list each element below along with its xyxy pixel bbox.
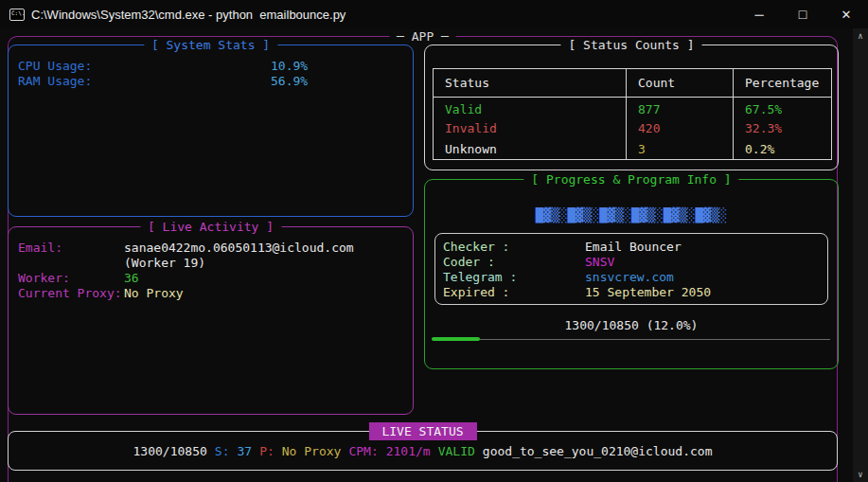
current-proxy-label: Current Proxy: xyxy=(18,286,124,301)
panel-progress-info: [ Progress & Program Info ] █▓▒░█▓▒░█▓▒░… xyxy=(424,179,839,369)
s-value: 37 xyxy=(237,444,252,459)
proxy-row: Current Proxy: No Proxy xyxy=(18,286,405,301)
email-worker-value: (Worker 19) xyxy=(124,256,405,271)
expired-label: Expired : xyxy=(443,285,585,300)
invalid-percentage-cell: 32.3% xyxy=(734,118,832,139)
cpu-usage-value: 10.9% xyxy=(271,59,405,74)
email-label: Email: xyxy=(18,241,124,256)
cmd-window: C:\. C:\Windows\System32\cmd.exe - pytho… xyxy=(0,0,868,482)
table-row-invalid: Invalid 420 32.3% xyxy=(434,118,832,139)
app-frame-label: ─ APP ─ xyxy=(389,28,456,45)
live-status-badge: LIVE STATUS xyxy=(368,422,476,440)
info-row: Checker : Email Bouncer xyxy=(443,240,827,255)
cmd-icon: C:\. xyxy=(9,9,25,21)
window-titlebar: C:\. C:\Windows\System32\cmd.exe - pytho… xyxy=(0,0,868,28)
expired-value: 15 September 2050 xyxy=(585,285,827,300)
program-info-box: Checker : Email Bouncer Coder : SNSV Tel… xyxy=(434,233,828,305)
column-header-status: Status xyxy=(434,69,627,98)
panel-status-counts: [ Status Counts ] Status Count Percentag… xyxy=(424,45,839,170)
invalid-count-cell: 420 xyxy=(627,118,734,139)
live-status-box: LIVE STATUS 1300/10850 S: 37 P: No Proxy… xyxy=(8,431,838,471)
empty-label xyxy=(18,256,124,271)
banner-art: █▓▒░█▓▒░█▓▒░█▓▒░█▓▒░█▓▒░ xyxy=(425,206,838,223)
status-email: good_to_see_you_0210@icloud.com xyxy=(483,444,713,459)
ram-usage-label: RAM Usage: xyxy=(18,74,271,89)
worker-row: Worker: 36 xyxy=(18,271,405,286)
checker-value: Email Bouncer xyxy=(585,240,827,255)
progress-bar-fill xyxy=(432,337,480,341)
status-table: Status Count Percentage Valid 877 67.5% … xyxy=(433,68,832,160)
valid-status-cell: Valid xyxy=(434,98,627,118)
progress-bar-track xyxy=(432,339,830,340)
column-header-percentage: Percentage xyxy=(734,69,832,98)
telegram-label: Telegram : xyxy=(443,270,585,285)
invalid-status-cell: Invalid xyxy=(434,118,627,139)
p-value: No Proxy xyxy=(282,444,342,459)
coder-label: Coder : xyxy=(443,255,585,270)
email-value: sanae0422mo.06050113@icloud.com xyxy=(124,241,405,256)
checker-label: Checker : xyxy=(443,240,585,255)
live-activity-rows: Email: sanae0422mo.06050113@icloud.com (… xyxy=(18,241,405,301)
telegram-value: snsvcrew.com xyxy=(585,270,827,285)
result-badge: VALID xyxy=(438,444,475,459)
console: ─ APP ─ [ System Stats ] CPU Usage: 10.9… xyxy=(0,28,868,482)
table-row-unknown: Unknown 3 0.2% xyxy=(434,139,832,160)
coder-value: SNSV xyxy=(585,255,827,270)
status-table-header: Status Count Percentage xyxy=(434,69,832,98)
s-label: S: xyxy=(215,444,230,459)
system-stats-title: [ System Stats ] xyxy=(144,37,277,53)
table-row-valid: Valid 877 67.5% xyxy=(434,98,832,118)
vertical-scrollbar[interactable]: ∧ ∨ xyxy=(853,28,868,482)
cpu-usage-label: CPU Usage: xyxy=(18,59,271,74)
status-progress: 1300/10850 xyxy=(133,444,207,459)
stat-row: CPU Usage: 10.9% xyxy=(18,59,405,74)
stat-row: RAM Usage: 56.9% xyxy=(18,74,405,89)
email-worker-row: (Worker 19) xyxy=(18,256,405,271)
progress-bar xyxy=(432,337,830,341)
scroll-down-icon[interactable]: ∨ xyxy=(858,467,862,482)
info-row: Coder : SNSV xyxy=(443,255,827,270)
column-header-count: Count xyxy=(627,69,734,98)
worker-value: 36 xyxy=(124,271,405,286)
maximize-button[interactable]: □ xyxy=(781,0,824,28)
live-activity-title: [ Live Activity ] xyxy=(140,219,281,235)
info-row: Expired : 15 September 2050 xyxy=(443,285,827,300)
cpm-value: 2101/m xyxy=(386,444,431,459)
status-counts-title: [ Status Counts ] xyxy=(560,37,701,53)
progress-text: 1300/10850 (12.0%) xyxy=(425,318,838,332)
close-button[interactable]: ✕ xyxy=(824,0,868,28)
info-row: Telegram : snsvcrew.com xyxy=(443,270,827,285)
minimize-button[interactable]: ─ xyxy=(737,0,781,28)
email-row: Email: sanae0422mo.06050113@icloud.com xyxy=(18,241,405,256)
ram-usage-value: 56.9% xyxy=(271,74,405,89)
scroll-up-icon[interactable]: ∧ xyxy=(858,28,862,44)
cpm-label: CPM: xyxy=(348,444,378,459)
system-stats-rows: CPU Usage: 10.9% RAM Usage: 56.9% xyxy=(18,59,405,89)
panel-live-activity: [ Live Activity ] Email: sanae0422mo.060… xyxy=(8,226,414,415)
window-title: C:\Windows\System32\cmd.exe - python ema… xyxy=(31,8,345,22)
p-label: P: xyxy=(259,444,275,459)
progress-info-title: [ Progress & Program Info ] xyxy=(523,171,738,187)
panel-system-stats: [ System Stats ] CPU Usage: 10.9% RAM Us… xyxy=(8,45,414,217)
unknown-percentage-cell: 0.2% xyxy=(734,139,832,160)
live-status-line: 1300/10850 S: 37 P: No Proxy CPM: 2101/m… xyxy=(9,444,837,459)
worker-label: Worker: xyxy=(18,271,124,286)
unknown-status-cell: Unknown xyxy=(434,139,627,160)
unknown-count-cell: 3 xyxy=(627,139,734,160)
current-proxy-value: No Proxy xyxy=(124,286,405,301)
valid-percentage-cell: 67.5% xyxy=(734,98,832,118)
valid-count-cell: 877 xyxy=(627,98,734,118)
